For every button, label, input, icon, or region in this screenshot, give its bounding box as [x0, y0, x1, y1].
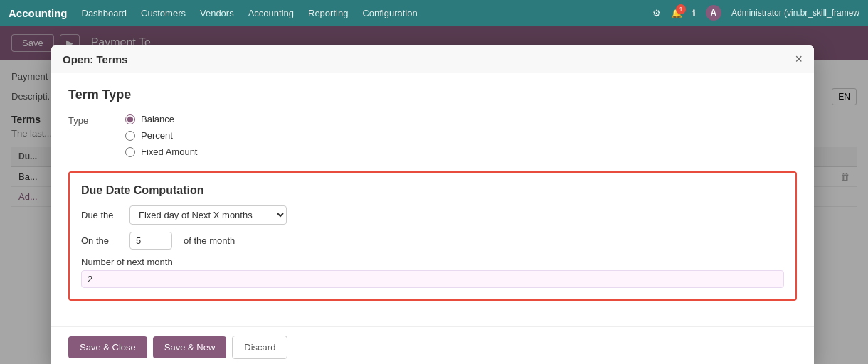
- nav-dashboard[interactable]: Dashboard: [82, 8, 127, 18]
- page-background: Save ▶ Payment Te... Payment T... Descri…: [0, 26, 868, 364]
- due-the-row: Due the Days after invoice date Days aft…: [81, 205, 784, 225]
- due-computation-title: Due Date Computation: [81, 184, 784, 197]
- modal-header: Open: Terms ×: [51, 46, 814, 73]
- discard-button[interactable]: Discard: [232, 336, 287, 359]
- on-the-input[interactable]: [129, 232, 172, 250]
- modal-close-button[interactable]: ×: [795, 53, 803, 65]
- radio-fixed-amount-input[interactable]: [125, 147, 135, 157]
- radio-balance-input[interactable]: [125, 114, 135, 124]
- user-label: Administrator (vin.br_skill_framew: [731, 8, 859, 18]
- info-icon[interactable]: ℹ: [692, 8, 696, 18]
- top-navbar: Accounting Dashboard Customers Vendors A…: [0, 0, 868, 26]
- radio-balance-label: Balance: [141, 114, 174, 124]
- user-avatar[interactable]: A: [706, 5, 721, 21]
- bell-icon[interactable]: 🔔 1: [671, 8, 682, 18]
- notification-badge: 1: [676, 4, 686, 14]
- nav-right-icons: ⚙ 🔔 1 ℹ A Administrator (vin.br_skill_fr…: [652, 5, 859, 21]
- radio-percent[interactable]: Percent: [125, 130, 198, 141]
- of-the-month-label: of the month: [184, 235, 235, 246]
- modal-footer: Save & Close Save & New Discard: [51, 326, 814, 364]
- radio-fixed-amount-label: Fixed Amount: [141, 146, 198, 157]
- nav-vendors[interactable]: Vendors: [200, 8, 234, 18]
- brand-name: Accounting: [9, 7, 68, 19]
- number-of-next-month-section: Number of next month: [81, 257, 784, 288]
- number-of-next-month-input[interactable]: [81, 270, 784, 288]
- radio-percent-label: Percent: [141, 130, 173, 141]
- due-computation-box: Due Date Computation Due the Days after …: [68, 171, 797, 301]
- on-the-label: On the: [81, 235, 124, 246]
- radio-fixed-amount[interactable]: Fixed Amount: [125, 146, 198, 157]
- modal-title: Open: Terms: [63, 53, 127, 65]
- modal-section-title: Term Type: [68, 87, 797, 102]
- type-label: Type: [68, 114, 125, 126]
- modal-body: Term Type Type Balance Percent Fixed A: [51, 73, 814, 326]
- radio-percent-input[interactable]: [125, 131, 135, 141]
- save-close-button[interactable]: Save & Close: [68, 336, 147, 358]
- nav-accounting[interactable]: Accounting: [248, 8, 294, 18]
- nav-customers[interactable]: Customers: [141, 8, 186, 18]
- due-the-select[interactable]: Days after invoice date Days after end o…: [129, 205, 287, 225]
- save-new-button[interactable]: Save & New: [153, 336, 227, 358]
- due-the-label: Due the: [81, 210, 124, 220]
- number-of-next-month-label: Number of next month: [81, 257, 784, 267]
- modal-dialog: Open: Terms × Term Type Type Balance Per…: [51, 46, 814, 364]
- settings-icon[interactable]: ⚙: [652, 8, 661, 18]
- on-the-row: On the of the month: [81, 232, 784, 250]
- nav-reporting[interactable]: Reporting: [308, 8, 348, 18]
- type-row: Type Balance Percent Fixed Amount: [68, 114, 797, 157]
- radio-balance[interactable]: Balance: [125, 114, 198, 124]
- nav-configuration[interactable]: Configuration: [362, 8, 417, 18]
- type-radio-group: Balance Percent Fixed Amount: [125, 114, 198, 157]
